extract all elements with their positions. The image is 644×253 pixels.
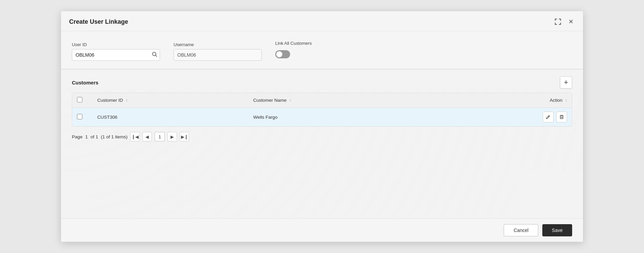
- next-page-button[interactable]: ▶: [167, 132, 177, 141]
- close-button[interactable]: ✕: [567, 17, 575, 26]
- row-checkbox-cell: [72, 108, 93, 126]
- customer-name-cell: Wells Fargo: [248, 108, 434, 126]
- customer-id-sort-icon[interactable]: ↕: [126, 99, 128, 102]
- username-input-wrap: [174, 49, 262, 61]
- customer-name-value: Wells Fargo: [253, 115, 278, 120]
- customer-name-label: Customer Name: [253, 98, 286, 103]
- action-label: Action: [550, 98, 563, 103]
- link-all-customers-label: Link All Customers: [275, 41, 312, 46]
- customers-section: Customers + Customer ID ↕: [61, 70, 583, 218]
- customer-name-sort-icon[interactable]: ↕: [289, 99, 291, 102]
- link-all-customers-group: Link All Customers: [275, 41, 312, 61]
- svg-line-2: [548, 116, 549, 117]
- create-user-linkage-modal: Create User Linkage ✕ User ID: [61, 11, 583, 242]
- modal-header: Create User Linkage ✕: [61, 11, 583, 31]
- of-label: of 1: [90, 134, 98, 139]
- modal-footer: Cancel Save: [61, 218, 583, 242]
- page-label: Page: [72, 134, 83, 139]
- action-sort-icon[interactable]: ↕: [565, 99, 567, 102]
- customer-name-col-header: Customer Name ↕: [248, 93, 434, 108]
- table-row: CUST306 Wells Fargo: [72, 108, 572, 126]
- prev-page-button[interactable]: ◀: [142, 132, 152, 141]
- user-id-input-wrap: [72, 49, 160, 61]
- action-col-header: Action ↕: [434, 93, 572, 108]
- save-button[interactable]: Save: [542, 224, 572, 236]
- page-number-box: 1: [155, 132, 165, 141]
- svg-rect-3: [560, 116, 563, 119]
- table-header: Customer ID ↕ Customer Name ↕ Action ↕: [72, 93, 572, 108]
- customers-title: Customers: [72, 80, 98, 85]
- username-input[interactable]: [174, 49, 262, 61]
- link-all-customers-toggle[interactable]: [275, 50, 290, 58]
- fields-row: User ID Username: [72, 41, 572, 61]
- checkbox-col-header: [72, 93, 93, 108]
- table-body: CUST306 Wells Fargo: [72, 108, 572, 126]
- pagination-row: Page 1 of 1 (1 of 1 items) ❙◀ ◀ 1 ▶ ▶❙: [72, 126, 572, 144]
- current-page: 1: [85, 134, 88, 139]
- user-id-group: User ID: [72, 42, 160, 61]
- customer-id-value: CUST306: [97, 115, 117, 120]
- modal-body: User ID Username: [61, 31, 583, 218]
- first-page-button[interactable]: ❙◀: [130, 132, 140, 141]
- delete-button[interactable]: [556, 112, 567, 122]
- table-header-row: Customer ID ↕ Customer Name ↕ Action ↕: [72, 93, 572, 108]
- add-icon: +: [564, 78, 568, 87]
- edit-button[interactable]: [543, 112, 554, 122]
- customers-table-wrap: Customer ID ↕ Customer Name ↕ Action ↕: [72, 93, 572, 126]
- username-label: Username: [174, 42, 262, 47]
- select-all-checkbox[interactable]: [77, 97, 82, 102]
- modal-title: Create User Linkage: [69, 18, 128, 25]
- customer-id-col-header: Customer ID ↕: [93, 93, 248, 108]
- customer-id-label: Customer ID: [97, 98, 123, 103]
- items-label: (1 of 1 items): [101, 134, 128, 139]
- user-id-input[interactable]: [72, 49, 160, 61]
- username-group: Username: [174, 42, 262, 61]
- expand-button[interactable]: [554, 18, 562, 25]
- toggle-wrap: [275, 48, 312, 61]
- customer-id-cell: CUST306: [93, 108, 248, 126]
- customers-header-row: Customers +: [72, 76, 572, 89]
- action-cell: [434, 108, 572, 126]
- cancel-button[interactable]: Cancel: [504, 224, 538, 236]
- fields-section: User ID Username: [61, 31, 583, 70]
- last-page-button[interactable]: ▶❙: [180, 132, 189, 141]
- page-number: 1: [159, 134, 161, 139]
- user-id-label: User ID: [72, 42, 160, 47]
- add-customer-button[interactable]: +: [560, 76, 572, 89]
- row-checkbox[interactable]: [77, 114, 82, 119]
- customers-table: Customer ID ↕ Customer Name ↕ Action ↕: [72, 93, 572, 126]
- modal-header-icons: ✕: [554, 17, 575, 26]
